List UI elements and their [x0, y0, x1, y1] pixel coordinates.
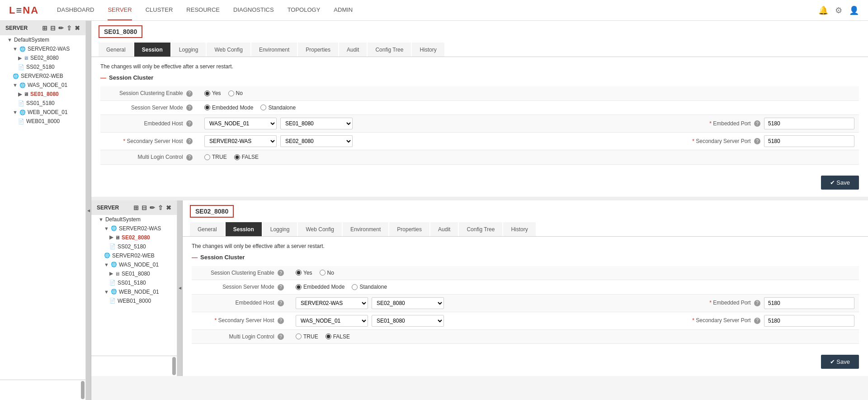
radio-no-2[interactable]: No [320, 270, 334, 276]
tab-1-environment[interactable]: Environment [251, 43, 297, 57]
tree-web01-8000-1[interactable]: 📄 WEB01_8000 [0, 117, 85, 126]
user-icon[interactable]: 👤 [849, 5, 859, 15]
scrollbar-handle-2[interactable] [172, 357, 176, 375]
tree-se02-8080-1[interactable]: ▶ 🖥 SE02_8080 [0, 53, 85, 62]
help-multilogin-1[interactable]: ? [186, 154, 193, 161]
tree-server02web-2[interactable]: 🌐 SERVER02-WEB [91, 251, 177, 260]
help-port-embedded-1[interactable]: ? [754, 120, 760, 127]
tab-1-webconfig[interactable]: Web Config [207, 43, 250, 57]
help-embedded-host-2[interactable]: ? [278, 300, 284, 306]
radio-yes-1[interactable]: Yes [204, 90, 221, 96]
tab-1-history[interactable]: History [412, 43, 444, 57]
collapse-sidebar-1[interactable]: ◀ [86, 21, 91, 400]
tree-se01-8080-2[interactable]: ▶ 🖥 SE01_8080 [91, 269, 177, 278]
add-icon-2[interactable]: ⊞ [133, 204, 139, 211]
tree-web-node01-2[interactable]: ▼ 🌐 WEB_NODE_01 [91, 287, 177, 296]
select-embedded-server-1[interactable]: SE01_8080 [280, 118, 353, 129]
tree-server02web-1[interactable]: 🌐 SERVER02-WEB [0, 71, 85, 81]
select-secondary-server-1[interactable]: SE02_8080 [280, 135, 353, 147]
tree-ss01-5180-2[interactable]: 📄 SS01_5180 [91, 278, 177, 287]
radio-standalone-2[interactable]: Standalone [352, 284, 387, 290]
help-embedded-host-1[interactable]: ? [186, 120, 193, 127]
radio-yes-2[interactable]: Yes [296, 270, 312, 276]
save-button-1[interactable]: ✔ Save [821, 176, 859, 190]
radio-false-1[interactable]: FALSE [234, 154, 259, 160]
gear-icon[interactable]: ⚙ [835, 5, 842, 15]
add-icon[interactable]: ⊞ [42, 24, 47, 32]
nav-cluster[interactable]: CLUSTER [146, 0, 173, 20]
radio-true-2[interactable]: TRUE [296, 333, 318, 340]
tree-ss02-5180-2[interactable]: 📄 SS02_5180 [91, 242, 177, 251]
radio-embedded-1[interactable]: Embedded Mode [204, 105, 253, 111]
tree-se02-8080-2[interactable]: ▶ 🖥 SE02_8080 [91, 233, 177, 242]
help-mode-1[interactable]: ? [186, 105, 193, 111]
tab-2-webconfig[interactable]: Web Config [298, 222, 341, 236]
radio-standalone-1[interactable]: Standalone [260, 105, 296, 111]
tab-2-environment[interactable]: Environment [343, 222, 388, 236]
help-secondary-host-1[interactable]: ? [186, 138, 193, 144]
edit-icon-2[interactable]: ✏ [150, 204, 155, 211]
tree-defaultsystem-1[interactable]: ▼ DefaultSystem [0, 35, 85, 44]
input-embedded-port-1[interactable] [764, 118, 854, 129]
tree-server02was-2[interactable]: ▼ 🌐 SERVER02-WAS [91, 224, 177, 233]
tab-1-configtree[interactable]: Config Tree [368, 43, 411, 57]
tab-2-general[interactable]: General [190, 222, 225, 236]
scrollbar-handle-1[interactable] [81, 381, 85, 399]
select-secondary-node-1[interactable]: SERVER02-WAS [204, 135, 277, 147]
select-secondary-server-2[interactable]: SE01_8080 [372, 315, 444, 327]
nav-diagnostics[interactable]: DIAGNOSTICS [233, 0, 274, 20]
tab-1-logging[interactable]: Logging [171, 43, 206, 57]
tab-1-session[interactable]: Session [134, 43, 170, 57]
collapse-sidebar-2[interactable]: ◀ [177, 200, 183, 376]
save-button-2[interactable]: ✔ Save [821, 355, 859, 369]
tab-1-general[interactable]: General [99, 43, 133, 57]
tree-defaultsystem-2[interactable]: ▼ DefaultSystem [91, 215, 177, 224]
help-mode-2[interactable]: ? [278, 284, 284, 290]
help-port-embedded-2[interactable]: ? [754, 300, 760, 306]
nav-admin[interactable]: ADMIN [334, 0, 353, 20]
tree-se01-8080-1[interactable]: ▶ 🖥 SE01_8080 [0, 90, 85, 99]
tree-ss02-5180-1[interactable]: 📄 SS02_5180 [0, 62, 85, 71]
radio-embedded-2[interactable]: Embedded Mode [296, 284, 344, 290]
move-up-icon-2[interactable]: ⇧ [158, 204, 163, 211]
tab-1-properties[interactable]: Properties [298, 43, 338, 57]
help-secondary-host-2[interactable]: ? [278, 318, 284, 324]
help-clustering-2[interactable]: ? [278, 270, 284, 276]
tab-2-audit[interactable]: Audit [430, 222, 458, 236]
radio-false-2[interactable]: FALSE [326, 333, 350, 340]
edit-icon[interactable]: ✏ [58, 24, 64, 32]
nav-topology[interactable]: TOPOLOGY [288, 0, 321, 20]
tree-was-node01-2[interactable]: ▼ 🌐 WAS_NODE_01 [91, 260, 177, 269]
delete-icon[interactable]: ✖ [75, 24, 80, 32]
tree-was-node01-1[interactable]: ▼ 🌐 WAS_NODE_01 [0, 81, 85, 90]
tab-2-properties[interactable]: Properties [389, 222, 429, 236]
input-secondary-port-2[interactable] [764, 315, 854, 327]
select-embedded-node-1[interactable]: WAS_NODE_01 [204, 118, 277, 129]
tree-ss01-5180-1[interactable]: 📄 SS01_5180 [0, 99, 85, 108]
radio-true-1[interactable]: TRUE [204, 154, 227, 160]
input-secondary-port-1[interactable] [764, 135, 854, 147]
select-secondary-node-2[interactable]: WAS_NODE_01 [296, 315, 368, 327]
help-multilogin-2[interactable]: ? [278, 333, 284, 340]
radio-no-1[interactable]: No [228, 90, 243, 96]
input-embedded-port-2[interactable] [764, 297, 854, 309]
tree-web01-8000-2[interactable]: 📄 WEB01_8000 [91, 296, 177, 305]
tree-server02was-1[interactable]: ▼ 🌐 SERVER02-WAS [0, 44, 85, 53]
delete-icon-2[interactable]: ✖ [166, 204, 171, 211]
tree-web-node01-1[interactable]: ▼ 🌐 WEB_NODE_01 [0, 108, 85, 117]
help-port-secondary-1[interactable]: ? [754, 138, 760, 144]
bell-icon[interactable]: 🔔 [818, 5, 828, 15]
tab-2-configtree[interactable]: Config Tree [459, 222, 502, 236]
nav-resource[interactable]: RESOURCE [186, 0, 220, 20]
tab-1-audit[interactable]: Audit [339, 43, 367, 57]
select-embedded-node-2[interactable]: SERVER02-WAS [296, 297, 368, 309]
help-port-secondary-2[interactable]: ? [754, 318, 760, 324]
remove-icon-2[interactable]: ⊟ [142, 204, 147, 211]
help-clustering-1[interactable]: ? [186, 90, 193, 97]
tab-2-session[interactable]: Session [226, 222, 262, 236]
select-embedded-server-2[interactable]: SE02_8080 [372, 297, 444, 309]
remove-icon[interactable]: ⊟ [50, 24, 56, 32]
nav-server[interactable]: SERVER [108, 0, 132, 20]
tab-2-logging[interactable]: Logging [263, 222, 297, 236]
nav-dashboard[interactable]: DASHBOARD [57, 0, 94, 20]
